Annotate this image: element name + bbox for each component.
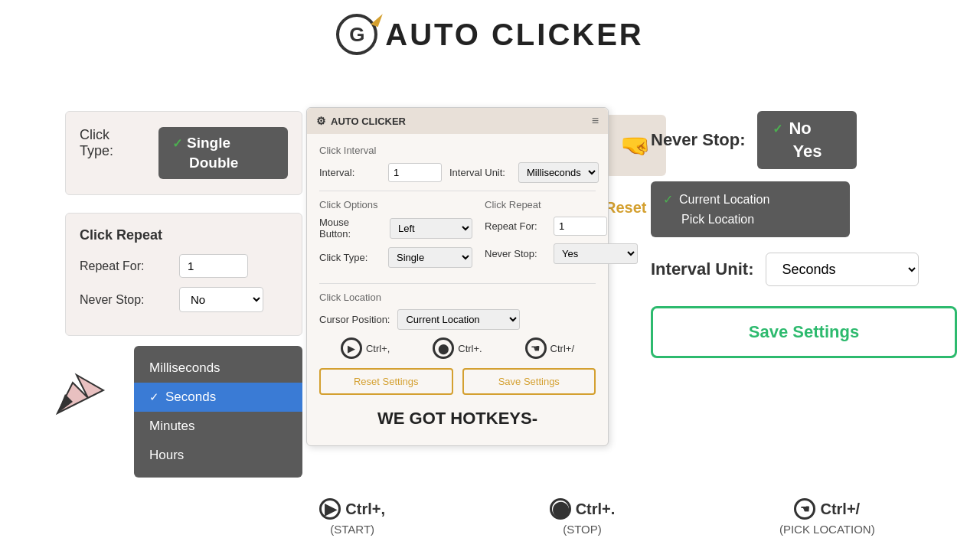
interval-row: Interval: Interval Unit: Milliseconds xyxy=(319,162,596,183)
right-never-stop-dropdown[interactable]: ✓ No Yes xyxy=(757,111,857,169)
click-type-label: Click Type: xyxy=(80,127,146,159)
never-stop-select[interactable]: No Yes xyxy=(179,287,263,312)
right-location-pick[interactable]: Pick Location xyxy=(663,210,838,230)
logo-icon xyxy=(336,14,377,55)
dialog-interval-unit-select[interactable]: Milliseconds xyxy=(518,162,599,183)
right-save-settings-button[interactable]: Save Settings xyxy=(651,306,957,358)
mouse-button-row: Mouse Button: Left xyxy=(319,217,472,240)
right-never-stop-yes[interactable]: Yes xyxy=(773,142,841,161)
right-interval-unit-label: Interval Unit: xyxy=(651,259,753,279)
right-location-pick-label: Pick Location xyxy=(681,213,754,227)
repeat-for-label: Repeat For: xyxy=(80,259,172,273)
dialog-hotkey-pick-label: Ctrl+/ xyxy=(550,343,574,354)
right-never-stop-no[interactable]: ✓ No xyxy=(773,119,841,139)
interval-hours-label: Hours xyxy=(149,448,184,462)
never-stop-label: Never Stop: xyxy=(80,293,172,307)
cursor-position-label: Cursor Position: xyxy=(319,314,390,325)
interval-dropdown-menu[interactable]: Milliseconds ✓ Seconds Minutes Hours xyxy=(134,346,302,478)
app-title: AUTO CLICKER xyxy=(385,18,643,52)
bottom-hotkey-stop: ⬤ Ctrl+. (STOP) xyxy=(550,498,616,536)
dialog-click-type-row: Click Type: Single xyxy=(319,247,472,268)
click-type-double[interactable]: Double xyxy=(172,155,274,171)
bottom-hotkey-pick: ☚ Ctrl+/ (PICK LOCATION) xyxy=(779,498,875,536)
dialog-menu-icon[interactable]: ≡ xyxy=(592,114,599,128)
click-type-single-label: Single xyxy=(187,135,230,152)
dialog-buttons: Reset Settings Save Settings xyxy=(319,368,596,395)
dialog-never-stop-select[interactable]: Yes xyxy=(554,243,638,264)
dialog-hotkey-start-label: Ctrl+, xyxy=(366,343,390,354)
bottom-hotkey-stop-key: Ctrl+. xyxy=(576,500,616,518)
dialog-repeat-for-row: Repeat For: xyxy=(485,217,638,236)
bottom-hotkey-start: ▶ Ctrl+, (START) xyxy=(319,498,385,536)
click-location-section: Click Location xyxy=(319,292,596,303)
mouse-button-label: Mouse Button: xyxy=(319,217,382,240)
dialog-hotkey-pick: ☚ Ctrl+/ xyxy=(525,337,574,359)
interval-minutes-label: Minutes xyxy=(149,419,195,433)
mouse-button-select[interactable]: Left xyxy=(390,218,472,239)
bottom-hotkey-pick-sub: (PICK LOCATION) xyxy=(779,523,875,536)
dialog-click-type-select[interactable]: Single xyxy=(388,247,472,268)
interval-option-minutes[interactable]: Minutes xyxy=(134,412,302,441)
click-repeat-col: Click Repeat Repeat For: Never Stop: Yes xyxy=(485,199,638,276)
right-location-check-icon: ✓ xyxy=(663,192,673,207)
click-interval-section: Click Interval xyxy=(319,145,596,156)
dialog-interval-input[interactable] xyxy=(388,163,442,182)
cursor-position-select[interactable]: Current Location xyxy=(397,309,520,330)
bottom-hotkey-start-sub: (START) xyxy=(330,523,374,536)
bottom-hotkey-stop-sub: (STOP) xyxy=(563,523,602,536)
play-icon: ▶ xyxy=(341,337,362,359)
right-location-dropdown[interactable]: ✓ Current Location Pick Location xyxy=(651,181,850,237)
dialog-hotkeys: ▶ Ctrl+, ⬤ Ctrl+. ☚ Ctrl+/ xyxy=(319,337,596,359)
click-repeat-title: Click Repeat xyxy=(80,227,288,243)
bottom-hotkey-pick-key: Ctrl+/ xyxy=(820,500,860,518)
click-type-double-label: Double xyxy=(189,155,238,171)
dialog-repeat-for-label: Repeat For: xyxy=(485,220,546,232)
we-got-hotkeys-text: WE GOT HOTKEYS- xyxy=(319,403,596,435)
right-never-stop-row: Never Stop: ✓ No Yes xyxy=(651,111,957,169)
repeat-for-input[interactable] xyxy=(179,254,248,278)
interval-check-icon: ✓ xyxy=(149,390,159,404)
click-type-dropdown[interactable]: ✓ Single Double xyxy=(158,127,288,179)
repeat-for-row: Repeat For: xyxy=(80,254,288,278)
stop-icon: ⬤ xyxy=(433,337,454,359)
right-location-current[interactable]: ✓ Current Location xyxy=(663,189,838,210)
bottom-hotkey-start-key: Ctrl+, xyxy=(345,500,385,518)
right-never-stop-yes-label: Yes xyxy=(792,142,822,161)
dialog-logo-icon: ⚙ xyxy=(316,115,326,127)
click-repeat-panel: Click Repeat Repeat For: Never Stop: No … xyxy=(65,213,302,336)
right-never-stop-no-label: No xyxy=(789,119,811,139)
dialog-click-type-label: Click Type: xyxy=(319,252,381,263)
header: AUTO CLICKER xyxy=(0,0,980,55)
logo-arrow-icon xyxy=(371,11,383,27)
options-repeat-cols: Click Options Mouse Button: Left Click T… xyxy=(319,199,596,276)
right-never-stop-label: Never Stop: xyxy=(651,130,745,150)
interval-option-seconds[interactable]: ✓ Seconds xyxy=(134,383,302,412)
click-type-single[interactable]: ✓ Single xyxy=(172,135,274,152)
interval-option-hours[interactable]: Hours xyxy=(134,441,302,470)
dialog-repeat-for-input[interactable] xyxy=(554,217,607,236)
dialog-body: Click Interval Interval: Interval Unit: … xyxy=(307,134,608,445)
dialog-title-text: AUTO CLICKER xyxy=(331,116,406,127)
dialog-interval-label: Interval: xyxy=(319,167,381,178)
click-options-section: Click Options xyxy=(319,199,472,210)
bottom-hotkey-start-top: ▶ Ctrl+, xyxy=(319,498,385,520)
right-check-icon: ✓ xyxy=(773,122,782,136)
bottom-hotkeys-bar: ▶ Ctrl+, (START) ⬤ Ctrl+. (STOP) ☚ Ctrl+… xyxy=(237,491,957,543)
reset-settings-button[interactable]: Reset Settings xyxy=(319,368,453,395)
right-interval-unit-select[interactable]: Seconds xyxy=(766,253,919,286)
checkmark-icon: ✓ xyxy=(172,136,182,151)
dialog-hotkey-start: ▶ Ctrl+, xyxy=(341,337,390,359)
dialog-never-stop-label: Never Stop: xyxy=(485,248,546,259)
dialog-hotkey-stop: ⬤ Ctrl+. xyxy=(433,337,482,359)
dialog-hotkey-stop-label: Ctrl+. xyxy=(458,343,482,354)
never-stop-row: Never Stop: No Yes xyxy=(80,287,288,312)
right-location-current-label: Current Location xyxy=(679,193,769,207)
dialog-click-repeat-section: Click Repeat xyxy=(485,199,638,210)
interval-milliseconds-label: Milliseconds xyxy=(149,360,220,375)
bottom-stop-icon: ⬤ xyxy=(550,498,571,520)
save-settings-dialog-button[interactable]: Save Settings xyxy=(462,368,596,395)
right-interval-unit-row: Interval Unit: Seconds xyxy=(651,253,957,286)
interval-option-milliseconds[interactable]: Milliseconds xyxy=(134,354,302,383)
bottom-hotkey-stop-top: ⬤ Ctrl+. xyxy=(550,498,616,520)
main-dialog: ⚙ AUTO CLICKER ≡ Click Interval Interval… xyxy=(306,107,609,446)
